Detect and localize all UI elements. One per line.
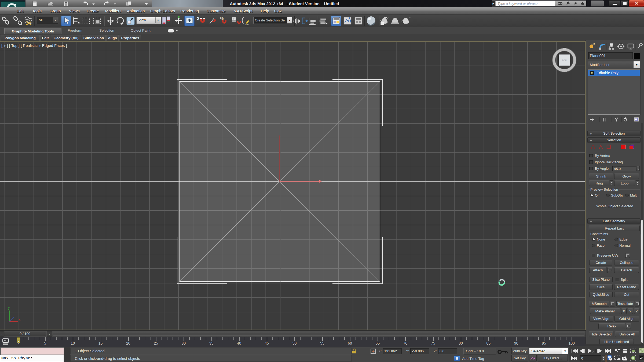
svg-text:ABC: ABC bbox=[245, 23, 250, 26]
svg-text:y: y bbox=[8, 306, 10, 310]
svg-text:3: 3 bbox=[197, 16, 199, 21]
svg-text:x: x bbox=[19, 318, 20, 322]
svg-text:TOP: TOP bbox=[562, 59, 567, 62]
